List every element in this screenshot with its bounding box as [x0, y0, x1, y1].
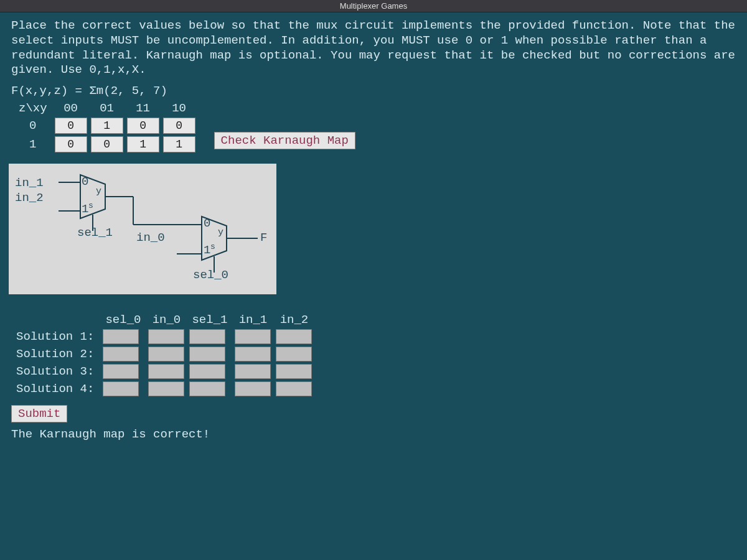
- sol1-in0[interactable]: [148, 329, 184, 344]
- table-row: Solution 1:: [16, 329, 312, 344]
- sol3-in1[interactable]: [235, 364, 271, 379]
- sol2-in2[interactable]: [276, 347, 312, 362]
- label-in-0-mux2: in_0: [136, 231, 165, 245]
- kmap-row-0: 0: [15, 118, 51, 134]
- check-kmap-button[interactable]: Check Karnaugh Map: [214, 132, 355, 149]
- kmap-col-10: 10: [163, 101, 195, 115]
- submit-button[interactable]: Submit: [11, 405, 67, 422]
- circuit-diagram: in_1 in_2 0 1 y s sel_1 in_0 0 1 y s sel…: [9, 164, 276, 294]
- sol-hdr-sel1: sel_1: [189, 313, 230, 327]
- kmap-cell-0-1[interactable]: [91, 118, 123, 134]
- sol2-in1[interactable]: [235, 347, 271, 362]
- mux1-y: y: [96, 186, 101, 197]
- mux1-1: 1: [82, 202, 88, 216]
- sol-label-3: Solution 3:: [16, 364, 98, 379]
- table-row: Solution 4:: [16, 381, 312, 396]
- sol4-sel0[interactable]: [103, 381, 139, 396]
- label-sel-1: sel_1: [77, 226, 113, 240]
- solutions-table: sel_0 in_0 sel_1 in_1 in_2 Solution 1: S…: [11, 310, 317, 399]
- kmap-row-1: 1: [15, 136, 51, 152]
- sol-hdr-in2: in_2: [276, 313, 312, 327]
- table-row: Solution 3:: [16, 364, 312, 379]
- kmap-col-01: 01: [91, 101, 123, 115]
- solutions-area: sel_0 in_0 sel_1 in_1 in_2 Solution 1: S…: [11, 310, 736, 399]
- function-definition: F(x,y,z) = Σm(2, 5, 7): [11, 84, 736, 98]
- window-titlebar: Multiplexer Games: [0, 0, 747, 12]
- kmap-cell-1-3[interactable]: [163, 136, 195, 152]
- sol3-in0[interactable]: [148, 364, 184, 379]
- kmap-cell-1-1[interactable]: [91, 136, 123, 152]
- label-in-2: in_2: [15, 191, 44, 205]
- kmap-cell-0-2[interactable]: [127, 118, 159, 134]
- kmap-cell-0-3[interactable]: [163, 118, 195, 134]
- kmap-rowvar: z\xy: [15, 101, 51, 115]
- sol-hdr-in1: in_1: [235, 313, 271, 327]
- mux2-0: 0: [204, 217, 210, 230]
- mux2-s: s: [210, 242, 215, 251]
- sol-hdr-in0: in_0: [148, 313, 184, 327]
- mux1-s: s: [88, 201, 93, 210]
- sol4-in2[interactable]: [276, 381, 312, 396]
- sol4-in1[interactable]: [235, 381, 271, 396]
- mux2-y: y: [218, 227, 223, 238]
- kmap-table: z\xy 00 01 11 10 0 1: [11, 99, 199, 155]
- main-content: Place the correct values below so that t…: [0, 12, 747, 447]
- kmap-cell-1-0[interactable]: [55, 136, 87, 152]
- table-row: Solution 2:: [16, 347, 312, 362]
- sol1-sel1[interactable]: [189, 329, 225, 344]
- sol-label-1: Solution 1:: [16, 329, 98, 344]
- sol3-sel0[interactable]: [103, 364, 139, 379]
- circuit-svg: [9, 164, 276, 294]
- sol3-in2[interactable]: [276, 364, 312, 379]
- sol1-in1[interactable]: [235, 329, 271, 344]
- sol2-sel0[interactable]: [103, 347, 139, 362]
- sol1-sel0[interactable]: [103, 329, 139, 344]
- window-title: Multiplexer Games: [340, 1, 407, 11]
- mux2-1: 1: [204, 243, 210, 257]
- label-output: F: [260, 231, 267, 245]
- sol2-in0[interactable]: [148, 347, 184, 362]
- status-message: The Karnaugh map is correct!: [11, 427, 736, 441]
- sol4-sel1[interactable]: [189, 381, 225, 396]
- instructions-text: Place the correct values below so that t…: [11, 19, 736, 78]
- label-in-1: in_1: [15, 176, 44, 190]
- label-sel-0: sel_0: [193, 268, 228, 282]
- kmap-col-00: 00: [55, 101, 87, 115]
- sol3-sel1[interactable]: [189, 364, 225, 379]
- kmap-cell-0-0[interactable]: [55, 118, 87, 134]
- sol-label-2: Solution 2:: [16, 347, 98, 362]
- kmap-area: z\xy 00 01 11 10 0 1 Check Ka: [11, 99, 736, 155]
- mux1-0: 0: [82, 175, 88, 189]
- sol4-in0[interactable]: [148, 381, 184, 396]
- kmap-col-11: 11: [127, 101, 159, 115]
- sol-hdr-sel0: sel_0: [103, 313, 143, 327]
- sol1-in2[interactable]: [276, 329, 312, 344]
- sol-label-4: Solution 4:: [16, 381, 98, 396]
- kmap-cell-1-2[interactable]: [127, 136, 159, 152]
- sol2-sel1[interactable]: [189, 347, 225, 362]
